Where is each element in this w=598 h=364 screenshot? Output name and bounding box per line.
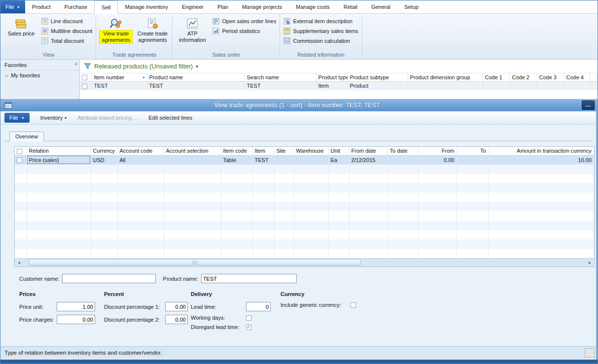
col-item[interactable]: Item [252, 147, 274, 155]
tab-retail[interactable]: Retail [337, 0, 364, 13]
product-name-field[interactable] [201, 274, 297, 283]
resize-grip[interactable] [585, 348, 595, 358]
trade-agreement-row[interactable]: Price (sales) USD All Table TEST Ea 2/12… [15, 155, 594, 165]
ta-select-all-column[interactable] [15, 147, 27, 155]
col-amount[interactable]: Amount in transaction currency [488, 147, 594, 155]
include-generic-currency-checkbox[interactable] [351, 302, 356, 308]
row-checkbox[interactable] [82, 84, 87, 89]
horizontal-scrollbar[interactable]: ◄ ► [15, 258, 594, 266]
line-discount-button[interactable]: Line discount [41, 18, 92, 25]
tab-manage-costs[interactable]: Manage costs [289, 0, 336, 13]
grid-empty-row[interactable] [15, 183, 594, 193]
col-code2[interactable]: Code 2 [510, 73, 537, 82]
customer-name-field[interactable] [62, 274, 156, 283]
col-to-date[interactable]: To date [387, 147, 418, 155]
col-code4[interactable]: Code 4 [564, 73, 590, 82]
col-search-name[interactable]: Search name [245, 73, 316, 82]
total-discount-button[interactable]: Total discount [41, 37, 92, 44]
disregard-lead-time-checkbox[interactable] [246, 325, 251, 330]
tab-sell[interactable]: Sell [94, 0, 118, 14]
discount-percentage-1-label: Discount percentage 1: [104, 304, 165, 310]
tab-manage-projects[interactable]: Manage projects [235, 0, 289, 13]
working-days-checkbox[interactable] [246, 315, 251, 321]
ribbon-group-trade-agreements: View trade agreements Create trade agree… [96, 15, 173, 59]
tab-general[interactable]: General [364, 0, 397, 13]
grid-empty-row[interactable] [15, 211, 594, 221]
col-site[interactable]: Site [274, 147, 294, 155]
group-label-view: View [5, 51, 92, 59]
scrollbar-thumb[interactable] [29, 259, 360, 265]
product-row[interactable]: TEST TEST TEST Item Product [80, 82, 598, 90]
modal-title: View trade agreements (1 - usrt) - Item … [12, 102, 582, 109]
col-account-selection[interactable]: Account selection [164, 147, 221, 155]
ta-select-all-checkbox[interactable] [17, 149, 22, 154]
edit-selected-lines-menu[interactable]: Edit selected lines [148, 115, 192, 121]
price-unit-field[interactable] [57, 302, 95, 311]
multiline-discount-button[interactable]: Multiline discount [41, 28, 92, 34]
tab-plan[interactable]: Plan [211, 0, 235, 13]
discount-percentage-1-field[interactable] [165, 302, 188, 311]
col-currency[interactable]: Currency [91, 147, 117, 155]
price-charges-field[interactable] [57, 315, 95, 324]
commission-calculation-button[interactable]: Commission calculation [283, 37, 358, 44]
tab-overview[interactable]: Overview [9, 132, 44, 141]
col-item-code[interactable]: Item code [221, 147, 252, 155]
period-statistics-button[interactable]: Period statistics [212, 28, 276, 34]
select-all-checkbox[interactable] [82, 75, 87, 80]
grid-empty-row[interactable] [15, 249, 594, 258]
select-all-column[interactable] [80, 73, 92, 82]
scrollbar-track[interactable] [23, 259, 586, 266]
grid-empty-row[interactable] [15, 221, 594, 230]
ta-row-checkbox[interactable] [17, 158, 22, 163]
tab-manage-inventory[interactable]: Manage inventory [118, 0, 175, 13]
sidebar-collapse-button[interactable]: « [74, 61, 77, 66]
lead-time-field[interactable] [246, 302, 271, 311]
view-trade-agreements-button[interactable]: View trade agreements [100, 17, 132, 43]
products-filter-title[interactable]: Released products (Unsaved filter) [94, 63, 193, 70]
tab-purchase[interactable]: Purchase [58, 0, 94, 13]
external-item-description-button[interactable]: External item description [283, 18, 358, 25]
col-code3[interactable]: Code 3 [537, 73, 564, 82]
grid-empty-row[interactable] [15, 193, 594, 202]
modal-file-menu[interactable]: File▼ [4, 113, 30, 123]
col-code1[interactable]: Code 1 [483, 73, 510, 82]
col-account-code[interactable]: Account code [117, 147, 164, 155]
col-product-dimension-group[interactable]: Product dimension group [408, 73, 483, 82]
create-trade-agreements-button[interactable]: Create trade agreements [136, 17, 169, 43]
column-filter-icon[interactable]: ▾ [142, 75, 144, 80]
view-group-items: Line discount Multiline discount Total d… [41, 17, 92, 44]
minimize-button[interactable]: — [582, 100, 595, 110]
tab-setup[interactable]: Setup [397, 0, 425, 13]
col-from-date[interactable]: From date [349, 147, 387, 155]
col-from[interactable]: From [418, 147, 457, 155]
sales-price-button[interactable]: Sales price [5, 17, 37, 37]
scroll-right-icon[interactable]: ► [586, 261, 594, 265]
grid-empty-row[interactable] [15, 202, 594, 211]
grid-empty-row[interactable] [15, 165, 594, 174]
atp-information-label: ATP information [176, 31, 209, 43]
atp-information-button[interactable]: ATP information [176, 17, 209, 43]
col-warehouse[interactable]: Warehouse [294, 147, 328, 155]
col-relation[interactable]: Relation [27, 147, 91, 155]
supplementary-sales-items-button[interactable]: Supplementary sales items [283, 28, 358, 34]
sidebar-item-my-favorites[interactable]: ▷ My favorites [0, 70, 79, 80]
scroll-left-icon[interactable]: ◄ [15, 261, 23, 265]
grid-empty-row[interactable] [15, 230, 594, 239]
modal-inventory-menu[interactable]: Inventory▾ [40, 115, 67, 121]
tab-product[interactable]: Product [25, 0, 58, 13]
col-unit[interactable]: Unit [328, 147, 349, 155]
tab-engineer[interactable]: Engineer [175, 0, 211, 13]
tab-file[interactable]: File▼ [0, 0, 25, 13]
grid-empty-row[interactable] [15, 174, 594, 183]
modal-title-bar[interactable]: View trade agreements (1 - usrt) - Item … [0, 99, 596, 111]
col-product-name[interactable]: Product name [147, 73, 245, 82]
filter-dropdown-icon[interactable]: ▾ [196, 64, 198, 69]
col-item-number[interactable]: Item number▾ [92, 73, 147, 82]
col-to[interactable]: To [457, 147, 488, 155]
total-discount-icon [41, 37, 48, 44]
col-product-subtype[interactable]: Product subtype [348, 73, 408, 82]
discount-percentage-2-field[interactable] [165, 315, 188, 324]
open-sales-order-lines-button[interactable]: Open sales order lines [212, 18, 276, 25]
grid-empty-row[interactable] [15, 239, 594, 249]
col-product-type[interactable]: Product type [316, 73, 348, 82]
